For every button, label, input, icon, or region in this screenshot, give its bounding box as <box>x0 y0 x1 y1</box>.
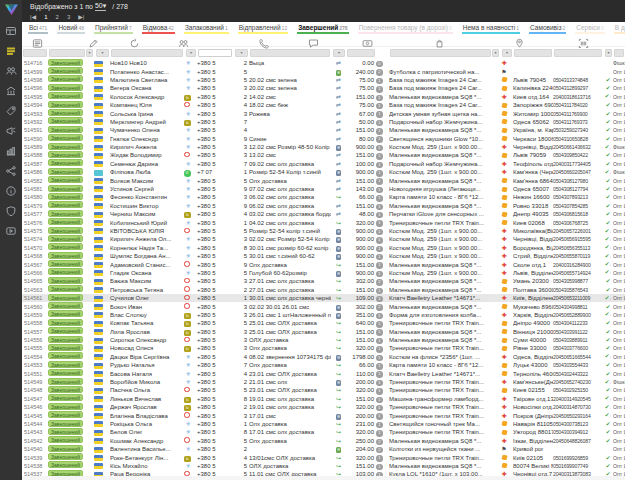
barcode-icon[interactable] <box>578 35 589 46</box>
order-row[interactable]: 514581ЗавершенийУстинов Сергей✳+380 5907… <box>22 185 625 193</box>
column-filter[interactable]: ▾ <box>331 48 346 57</box>
phone[interactable]: +380 5 <box>197 294 233 302</box>
order-row[interactable]: 514540ЗавершенийВалентина Василье...✳+38… <box>22 445 625 453</box>
order-row[interactable]: 514547ЗавершенийЛиньков Вячеславlc+380 5… <box>22 395 625 403</box>
status-tab[interactable]: В дорозі додому0 <box>614 24 625 34</box>
shield-icon[interactable] <box>5 204 18 217</box>
phone[interactable]: +380 5 <box>197 76 233 84</box>
order-row[interactable]: 514548ЗавершенийПасічна Ольга+380 5523.0… <box>22 386 625 394</box>
phone[interactable]: +380 5 <box>197 202 233 210</box>
phone[interactable]: +380 5 <box>197 252 233 260</box>
phone[interactable]: +380 5 <box>197 151 233 159</box>
phone[interactable]: +380 5 <box>197 261 233 269</box>
phone[interactable]: +380 5 <box>197 118 233 126</box>
phone[interactable]: +380 5 <box>197 370 233 378</box>
bank-icon[interactable] <box>5 84 18 97</box>
phone[interactable]: +380 5 <box>197 353 233 361</box>
phone[interactable]: +380 5 <box>197 378 233 386</box>
order-row[interactable]: 514577ЗавершенийЧерниш Максимlc+380 5403… <box>22 210 625 218</box>
column-filter[interactable] <box>22 48 48 57</box>
phone[interactable]: +380 5 <box>197 286 233 294</box>
order-row[interactable]: 514716ЗавершенийНов10 Нов10✳+380 52Выца⇄… <box>22 59 625 67</box>
order-row[interactable]: 514566ЗавершенийГладик Оксана✳+380 55Гол… <box>22 269 625 277</box>
phone[interactable]: +380 5 <box>197 403 233 411</box>
comment-icon[interactable] <box>308 35 319 46</box>
order-row[interactable]: 514599ЗавершенийПотапенко Анастас...✳+38… <box>22 67 625 75</box>
order-row[interactable]: 514592ЗавершенийМерклингер Андрейlc+380 … <box>22 118 625 126</box>
order-row[interactable]: 514538ЗавершенийКісь Михайло✳+380 55ОЛХ … <box>22 462 625 470</box>
edit-icon[interactable] <box>88 35 99 46</box>
status-tab[interactable]: Самовивіз2 <box>529 24 566 34</box>
list-icon[interactable] <box>5 44 18 57</box>
status-tab[interactable]: Сервіси0 <box>575 24 604 34</box>
order-row[interactable]: 514586ЗавершенийФіліпова Люба✆+7 071Розм… <box>22 168 625 176</box>
phone[interactable]: +380 5 <box>197 445 233 453</box>
order-row[interactable]: 514546ЗавершенийДержач Ярославlc+380 521… <box>22 403 625 411</box>
per-page-dropdown[interactable]: 50▾ <box>95 2 106 11</box>
order-row[interactable]: 514551ЗавершенийБасова Наталя✳+380 5423.… <box>22 369 625 377</box>
phone[interactable]: +380 5 <box>197 269 233 277</box>
phone[interactable]: +380 5 <box>197 219 233 227</box>
order-row[interactable]: 514596ЗавершенийВегера Оксана✳+380 5320.… <box>22 84 625 92</box>
payment-icon[interactable] <box>362 35 373 46</box>
nodes-icon[interactable] <box>5 164 18 177</box>
order-row[interactable]: 514561ЗавершенийСучилов Олег+380 5130.01… <box>22 294 625 302</box>
order-row[interactable]: 514591ЗавершенийЧумаченко Олена✳+380 54⇄… <box>22 126 625 134</box>
status-tab[interactable]: Запакований1 <box>184 24 229 34</box>
delivery-icon[interactable] <box>514 35 525 46</box>
kanban-icon[interactable] <box>5 24 18 37</box>
column-filter[interactable]: ▾ <box>48 48 94 57</box>
column-filter[interactable]: ▾ <box>603 48 613 57</box>
page-button[interactable]: 2 <box>56 14 59 20</box>
products-icon[interactable] <box>434 35 445 46</box>
phone-icon[interactable] <box>258 35 269 46</box>
order-row[interactable]: 514589ЗавершенийКирилич Анжела✳+380 5312… <box>22 143 625 151</box>
column-filter[interactable]: ▾ <box>389 48 500 57</box>
source-icon[interactable] <box>129 35 140 46</box>
order-row[interactable]: 514588ЗавершенийЖидак Володимир+380 5313… <box>22 151 625 159</box>
phone[interactable]: +7 07 <box>197 168 233 176</box>
phone[interactable]: +380 5 <box>197 135 233 143</box>
status-tab[interactable]: Повернення товару (в дорозі)0 <box>358 24 453 34</box>
phone[interactable]: +380 5 <box>197 244 233 252</box>
phone[interactable]: +380 5 <box>197 361 233 369</box>
megaphone-icon[interactable] <box>5 124 18 137</box>
phone[interactable]: +380 5 <box>197 177 233 185</box>
status-tab[interactable]: Відправлений12 <box>238 24 288 34</box>
order-row[interactable]: 514539ЗавершенийРоке-Бетанкурт Лін...lc+… <box>22 453 625 461</box>
phone[interactable]: +380 5 <box>197 395 233 403</box>
phone[interactable]: +380 5 <box>197 126 233 134</box>
order-row[interactable]: 514559ЗавершенийВлас Слотюуlc+380 5326.0… <box>22 311 625 319</box>
chart-icon[interactable] <box>5 144 18 157</box>
phone[interactable]: +380 5 <box>197 462 233 470</box>
page-button[interactable]: 1 <box>44 14 47 20</box>
column-filter[interactable]: ▾ <box>184 48 197 57</box>
phone[interactable]: +380 5 <box>197 160 233 168</box>
phone[interactable]: +380 5 <box>197 93 233 101</box>
phone[interactable]: +380 5 <box>197 386 233 394</box>
order-row[interactable]: 514545ЗавершенийБлагінна Владіслава+380 … <box>22 411 625 419</box>
status-tab[interactable]: Завершений278 <box>297 24 348 34</box>
phone[interactable]: +380 5 <box>197 412 233 420</box>
order-row[interactable]: 514595ЗавершенийКолосок Александрlc+380 … <box>22 93 625 101</box>
tag-icon[interactable] <box>5 104 18 117</box>
order-row[interactable]: 514558ЗавершенийКовпак Татьянаlc+380 552… <box>22 319 625 327</box>
column-filter[interactable] <box>249 48 331 57</box>
column-filter[interactable]: ▾ <box>233 48 249 57</box>
last-page-button[interactable]: ▶| <box>78 13 84 20</box>
order-row[interactable]: 514553ЗавершенийРудько Наталья✳+380 57Ол… <box>22 361 625 369</box>
users-icon[interactable] <box>5 64 18 77</box>
phone[interactable]: +380 5 <box>197 84 233 92</box>
customers-icon[interactable] <box>178 35 189 46</box>
column-filter[interactable]: ▾ <box>500 48 513 57</box>
phone[interactable]: +380 5 <box>197 420 233 428</box>
first-page-button[interactable]: |◀ <box>30 13 36 20</box>
phone[interactable]: +380 5 <box>197 328 233 336</box>
phone[interactable]: +380 5 <box>197 311 233 319</box>
order-row[interactable]: 514576ЗавершенийКобилинський Юрий✳+380 5… <box>22 218 625 226</box>
phone[interactable]: +380 5 <box>197 428 233 436</box>
page-button[interactable]: 3 <box>67 14 70 20</box>
order-row[interactable]: 514554ЗавершенийДацюк Віра Сергіївна✳+38… <box>22 353 625 361</box>
order-row[interactable]: 514587ЗавершенийСеменюк Дарина✳+380 5709… <box>22 160 625 168</box>
order-row[interactable]: 514563ЗавершенийПетровська Тетяна+380 52… <box>22 286 625 294</box>
